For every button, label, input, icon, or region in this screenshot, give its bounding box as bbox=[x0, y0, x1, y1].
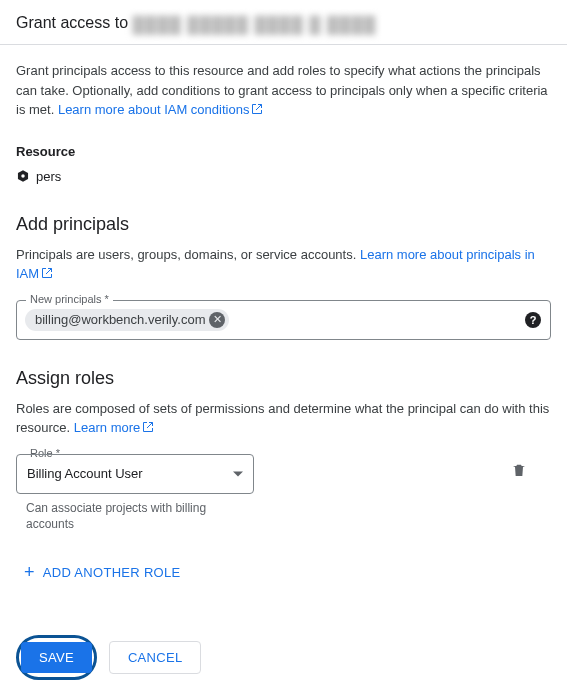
title-resource-redacted: ████ █████ ████ █ ████ bbox=[133, 16, 377, 32]
learn-more-iam-conditions-link[interactable]: Learn more about IAM conditions bbox=[58, 102, 264, 117]
cancel-button[interactable]: CANCEL bbox=[109, 641, 202, 674]
external-link-icon bbox=[142, 421, 154, 433]
save-button[interactable]: SAVE bbox=[21, 642, 92, 673]
help-icon[interactable]: ? bbox=[525, 312, 541, 328]
principal-chip-text: billing@workbench.verily.com bbox=[35, 312, 205, 327]
role-select[interactable]: Billing Account User bbox=[16, 454, 254, 494]
trash-icon bbox=[511, 462, 527, 478]
action-bar: SAVE CANCEL bbox=[16, 635, 551, 680]
external-link-icon bbox=[251, 103, 263, 115]
title-prefix: Grant access to bbox=[16, 14, 128, 31]
intro-text: Grant principals access to this resource… bbox=[16, 61, 551, 120]
assign-roles-heading: Assign roles bbox=[16, 368, 551, 389]
roles-desc: Roles are composed of sets of permission… bbox=[16, 399, 551, 438]
external-link-icon bbox=[41, 267, 53, 279]
add-another-role-button[interactable]: + ADD ANOTHER ROLE bbox=[16, 557, 189, 587]
add-principals-heading: Add principals bbox=[16, 214, 551, 235]
resource-label: Resource bbox=[16, 144, 551, 159]
role-selected-value: Billing Account User bbox=[27, 466, 143, 481]
principals-chipbox[interactable]: billing@workbench.verily.com ✕ bbox=[16, 300, 551, 340]
save-highlight-annotation: SAVE bbox=[16, 635, 97, 680]
learn-more-roles-link[interactable]: Learn more bbox=[74, 420, 154, 435]
panel-title: Grant access to ████ █████ ████ █ ████ bbox=[0, 0, 567, 45]
add-another-role-label: ADD ANOTHER ROLE bbox=[43, 565, 181, 580]
resource-row: pers bbox=[16, 169, 551, 184]
principals-desc: Principals are users, groups, domains, o… bbox=[16, 245, 551, 284]
svg-point-0 bbox=[21, 174, 25, 178]
resource-name: pers bbox=[36, 169, 61, 184]
role-helper-text: Can associate projects with billing acco… bbox=[26, 500, 246, 534]
role-select-wrap: Role * Billing Account User bbox=[16, 454, 254, 494]
new-principals-label: New principals * bbox=[26, 293, 113, 305]
principal-chip: billing@workbench.verily.com ✕ bbox=[25, 309, 229, 331]
plus-icon: + bbox=[24, 563, 35, 581]
chevron-down-icon bbox=[233, 471, 243, 476]
chip-remove-icon[interactable]: ✕ bbox=[209, 312, 225, 328]
delete-role-button[interactable] bbox=[511, 454, 527, 481]
resource-hex-icon bbox=[16, 169, 30, 183]
new-principals-field[interactable]: New principals * billing@workbench.veril… bbox=[16, 300, 551, 340]
